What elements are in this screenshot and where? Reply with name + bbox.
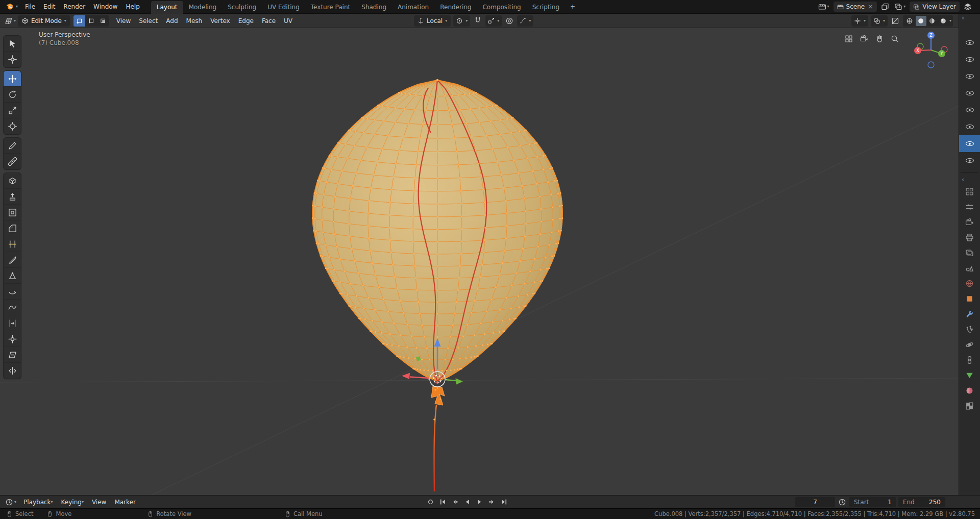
properties-tab-modifiers[interactable] (959, 306, 980, 322)
properties-tab-editor-type[interactable] (959, 184, 980, 199)
workspace-tab-shading[interactable]: Shading (356, 1, 392, 14)
timeline-menu-playback[interactable]: Playback ▾ (19, 497, 57, 507)
tool-measure-button[interactable] (4, 154, 21, 169)
visibility-eye-icon[interactable] (966, 57, 974, 62)
zoom-view-button[interactable] (889, 33, 900, 44)
play-button[interactable] (474, 497, 485, 507)
viewport-menu-vertex[interactable]: Vertex (206, 16, 234, 26)
shading-rendered-button[interactable] (938, 16, 949, 26)
outliner-row[interactable] (959, 34, 980, 51)
ortho-grid-button[interactable] (843, 33, 854, 44)
viewport-menu-uv[interactable]: UV (280, 16, 297, 26)
editor-type-button[interactable]: ▾ (4, 16, 17, 26)
outliner-row[interactable] (959, 85, 980, 102)
navigation-gizmo[interactable]: XYZ (908, 27, 954, 73)
new-scene-button[interactable] (880, 2, 890, 11)
properties-tab-material[interactable] (959, 383, 980, 398)
tool-rotate-button[interactable] (4, 87, 21, 103)
scene-selector[interactable]: Scene × (834, 2, 877, 12)
new-view-layer-button[interactable] (963, 2, 973, 11)
pivot-point-selector[interactable]: ▾ (453, 15, 470, 27)
workspace-tab-rendering[interactable]: Rendering (434, 1, 477, 14)
workspace-tab-compositing[interactable]: Compositing (477, 1, 526, 14)
tool-extrude-region-button[interactable] (4, 189, 21, 205)
properties-tab-output[interactable] (959, 230, 980, 245)
proportional-editing-toggle[interactable] (504, 16, 514, 26)
frame-start-field[interactable]: Start1 (849, 497, 896, 507)
browse-view-layer-button[interactable]: ▾ (893, 2, 906, 11)
play-reverse-button[interactable] (462, 497, 473, 507)
timeline-menu-marker[interactable]: Marker (110, 497, 139, 507)
menu-render[interactable]: Render (59, 2, 89, 12)
workspace-tab-layout[interactable]: Layout (151, 1, 183, 14)
timeline-menu-keying[interactable]: Keying ▾ (57, 497, 88, 507)
snap-settings-selector[interactable]: ▾ (485, 15, 502, 27)
add-workspace-button[interactable]: + (567, 2, 578, 11)
tool-select-box-button[interactable] (4, 36, 21, 52)
menu-file[interactable]: File (21, 2, 39, 12)
tool-inset-faces-button[interactable] (4, 205, 21, 220)
tool-spin-button[interactable] (4, 284, 21, 300)
properties-tab-world[interactable] (959, 276, 980, 291)
tool-shrink-fatten-button[interactable] (4, 331, 21, 347)
properties-tab-render[interactable] (959, 214, 980, 230)
shading-dropdown-icon[interactable]: ▾ (949, 19, 951, 23)
tool-add-cube-button[interactable] (4, 173, 21, 189)
viewport-menu-edge[interactable]: Edge (234, 16, 258, 26)
tool-cursor-button[interactable] (4, 52, 21, 67)
tool-smooth-button[interactable] (4, 300, 21, 315)
jump-to-start-button[interactable] (437, 497, 449, 507)
visibility-eye-icon[interactable] (966, 108, 974, 112)
viewport-canvas[interactable] (0, 28, 959, 495)
previous-keyframe-button[interactable] (450, 497, 461, 507)
outliner-row[interactable] (959, 51, 980, 68)
shading-solid-button[interactable] (916, 16, 926, 26)
view-layer-selector[interactable]: View Layer (910, 2, 960, 12)
outliner-row[interactable] (959, 135, 980, 152)
timeline-menu-view[interactable]: View (88, 497, 110, 507)
overlays-dropdown[interactable]: ▾ (871, 15, 888, 27)
tool-scale-button[interactable] (4, 103, 21, 118)
tool-loop-cut-button[interactable] (4, 236, 21, 252)
current-frame-field[interactable]: 7 (795, 497, 835, 507)
timeline-editor-type-button[interactable]: ▾ (4, 498, 17, 507)
auto-keying-toggle[interactable] (425, 497, 436, 507)
visibility-eye-icon[interactable] (966, 158, 974, 163)
workspace-tab-sculpting[interactable]: Sculpting (222, 1, 262, 14)
tool-annotate-button[interactable] (4, 138, 21, 154)
tool-rip-region-button[interactable] (4, 363, 21, 379)
browse-scene-button[interactable]: ▾ (817, 2, 830, 11)
properties-tab-physics[interactable] (959, 337, 980, 352)
visibility-eye-icon[interactable] (966, 74, 974, 79)
outliner-row[interactable] (959, 118, 980, 135)
mode-selector[interactable]: Edit Mode ▾ (18, 15, 70, 27)
workspace-tab-scripting[interactable]: Scripting (527, 1, 565, 14)
workspace-tab-animation[interactable]: Animation (392, 1, 434, 14)
visibility-eye-icon[interactable] (966, 91, 974, 95)
viewport-menu-face[interactable]: Face (258, 16, 280, 26)
pan-view-button[interactable] (874, 33, 885, 44)
workspace-tab-uv-editing[interactable]: UV Editing (262, 1, 305, 14)
menu-edit[interactable]: Edit (39, 2, 59, 12)
vertex-select-mode-button[interactable] (74, 15, 85, 27)
tool-move-button[interactable] (4, 71, 21, 87)
viewport-menu-select[interactable]: Select (135, 16, 162, 26)
visibility-eye-icon[interactable] (966, 40, 974, 45)
preview-range-toggle[interactable] (837, 498, 847, 507)
unlink-scene-icon[interactable]: × (867, 3, 873, 10)
visibility-eye-icon[interactable] (966, 125, 974, 129)
viewport-menu-mesh[interactable]: Mesh (182, 16, 207, 26)
snap-toggle[interactable] (473, 16, 483, 26)
visibility-eye-icon[interactable] (966, 141, 974, 146)
xray-toggle[interactable] (890, 16, 900, 26)
properties-tab-texture[interactable] (959, 398, 980, 413)
menu-help[interactable]: Help (121, 2, 143, 12)
properties-tab-view-layer[interactable] (959, 245, 980, 260)
jump-to-end-button[interactable] (499, 497, 510, 507)
gizmos-dropdown[interactable]: ▾ (851, 15, 868, 27)
properties-tab-particles[interactable] (959, 322, 980, 337)
properties-tab-tool[interactable] (959, 199, 980, 214)
shading-material-button[interactable] (927, 16, 938, 26)
tool-bevel-button[interactable] (4, 220, 21, 236)
properties-tab-object-data[interactable] (959, 367, 980, 383)
